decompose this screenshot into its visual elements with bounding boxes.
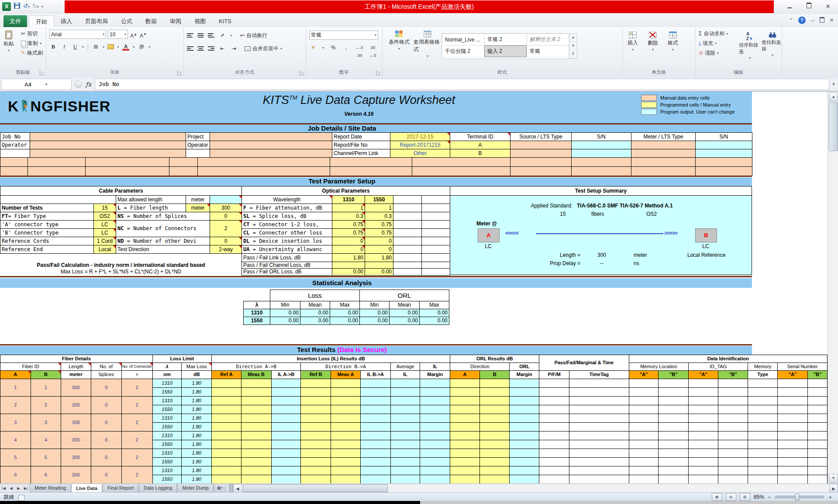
align-right-icon[interactable] <box>208 46 214 51</box>
format-painter-button[interactable]: ✎格式刷 <box>19 48 45 58</box>
cell-empty[interactable] <box>479 414 510 423</box>
cell-empty[interactable] <box>301 475 331 484</box>
cell-empty[interactable] <box>331 388 361 397</box>
cell-empty[interactable] <box>510 449 539 458</box>
cell-il-a-b[interactable]: IL A->B <box>271 371 301 379</box>
ribbon-tab-empty[interactable]: 公式 <box>114 15 139 27</box>
fiber-connectors[interactable]: 2 <box>121 466 152 484</box>
fiber-splices[interactable]: 0 <box>91 414 121 432</box>
cell-1-cord[interactable]: 1 Cord <box>94 237 116 245</box>
cell-empty[interactable] <box>539 449 569 458</box>
cell-empty[interactable] <box>569 397 629 405</box>
manual-entry-cell[interactable] <box>572 158 631 167</box>
wavelength[interactable]: 1550 <box>152 475 182 484</box>
zoom-out-icon[interactable]: − <box>768 494 771 501</box>
cell-style-normal-live[interactable]: Normal_Live ... <box>442 34 484 45</box>
cell-empty[interactable] <box>301 405 331 414</box>
cell-empty[interactable] <box>718 397 748 405</box>
cell-empty[interactable] <box>479 423 510 432</box>
cell-1[interactable]: 1 <box>332 204 365 212</box>
wavelength[interactable]: 1310 <box>152 466 182 475</box>
cell-empty[interactable] <box>393 254 422 262</box>
cell-empty[interactable] <box>390 405 420 414</box>
cell-empty[interactable] <box>420 449 450 458</box>
cell-empty[interactable] <box>422 212 450 221</box>
underline-button[interactable]: U <box>71 43 79 51</box>
fiber-id-b[interactable]: 4 <box>31 432 61 449</box>
cell-empty[interactable] <box>689 397 718 405</box>
redo-button[interactable]: ↻▾ <box>32 2 39 11</box>
cell-source-lts-type[interactable]: Source / LTS Type <box>510 133 572 141</box>
cell-empty[interactable] <box>360 449 390 458</box>
cell-s[interactable]: s <box>121 371 152 379</box>
wavelength[interactable]: 1550 <box>152 405 182 414</box>
cell-empty[interactable] <box>393 237 422 245</box>
cell-optical-parameters[interactable]: Optical Parameters <box>242 186 450 196</box>
cell-1-80[interactable]: 1.80 <box>365 254 393 262</box>
cell-empty[interactable] <box>696 149 752 158</box>
cell-a[interactable]: "A" <box>778 371 808 379</box>
cell-cable-parameters[interactable]: Cable Parameters <box>0 186 242 196</box>
cell-empty[interactable] <box>748 388 778 397</box>
cell-1310[interactable]: 1310 <box>244 309 270 317</box>
cell-empty[interactable] <box>301 432 331 440</box>
cell-meter-lts-type[interactable]: Meter / LTS Type <box>631 133 696 141</box>
cell-b[interactable]: B <box>31 371 61 379</box>
cell-empty[interactable] <box>212 432 241 440</box>
cell-empty[interactable] <box>629 458 659 466</box>
cell-empty[interactable] <box>718 449 748 458</box>
cell-empty[interactable] <box>778 405 808 414</box>
cell-empty[interactable] <box>360 475 390 484</box>
cell-empty[interactable] <box>807 397 827 405</box>
cell-s-n[interactable]: S/N <box>572 133 631 141</box>
manual-entry-cell[interactable] <box>28 158 86 167</box>
page-break-view-icon[interactable]: ▥ <box>740 493 750 501</box>
cell-empty[interactable] <box>510 405 539 414</box>
cell-empty[interactable] <box>393 212 422 221</box>
wavelength[interactable]: 1550 <box>152 423 182 432</box>
cell-number-of-other-devi[interactable]: ND = Number of other Devi <box>116 237 210 245</box>
fiber-id-a[interactable]: 4 <box>0 432 31 449</box>
cell-empty[interactable] <box>659 423 689 432</box>
cell-empty[interactable] <box>778 397 808 405</box>
cell-connector-1-2-loss[interactable]: CT = Connector 1-2 loss, <box>242 221 332 229</box>
cell-empty[interactable] <box>422 229 450 237</box>
cell-empty[interactable] <box>30 141 186 149</box>
cell-empty[interactable] <box>271 449 301 458</box>
cell-a[interactable]: A <box>450 371 480 379</box>
cell-λ[interactable]: λ <box>152 363 182 371</box>
cell-0-00[interactable]: 0.00 <box>330 317 360 325</box>
cell-empty[interactable] <box>748 466 778 475</box>
accounting-format-icon[interactable]: ￥ <box>309 44 317 52</box>
cell-job-no[interactable]: Job No <box>0 133 30 141</box>
cell-empty[interactable] <box>539 440 569 449</box>
cell-mean[interactable]: Mean <box>300 301 330 309</box>
align-bottom-icon[interactable] <box>208 33 214 38</box>
fiber-length[interactable]: 300 <box>61 432 91 449</box>
cell-empty[interactable] <box>631 149 696 158</box>
font-family-combo[interactable]: Arial▾ <box>49 30 106 39</box>
cell-empty[interactable] <box>331 466 361 475</box>
horizontal-scroll-thumb[interactable] <box>243 484 388 492</box>
manual-entry-cell[interactable] <box>631 167 696 176</box>
cell-empty[interactable] <box>807 475 827 484</box>
first-sheet-icon[interactable]: |◀ <box>0 484 7 493</box>
cell-empty[interactable] <box>30 133 186 141</box>
cell-empty[interactable] <box>689 423 718 432</box>
cell-empty[interactable] <box>241 397 271 405</box>
manual-entry-cell[interactable] <box>572 167 631 176</box>
cell-empty[interactable] <box>212 397 241 405</box>
cell-empty[interactable] <box>212 440 241 449</box>
summary-title[interactable]: Test Setup Summary <box>450 186 752 196</box>
sheet-tab-meter-reading[interactable]: Meter Reading <box>30 484 71 493</box>
increase-indent-icon[interactable]: ⇥ <box>230 45 238 52</box>
cell-empty[interactable] <box>241 414 271 423</box>
reference-type[interactable]: Local Reference <box>687 252 725 258</box>
cell-empty[interactable] <box>241 466 271 475</box>
cell-empty[interactable] <box>301 388 331 397</box>
cell-other[interactable]: Other <box>390 149 450 158</box>
normal-view-icon[interactable]: ▦ <box>712 493 722 501</box>
cell-empty[interactable] <box>778 440 808 449</box>
cell-empty[interactable] <box>718 388 748 397</box>
clipboard-dialog-launcher[interactable]: ↘ <box>40 70 45 75</box>
